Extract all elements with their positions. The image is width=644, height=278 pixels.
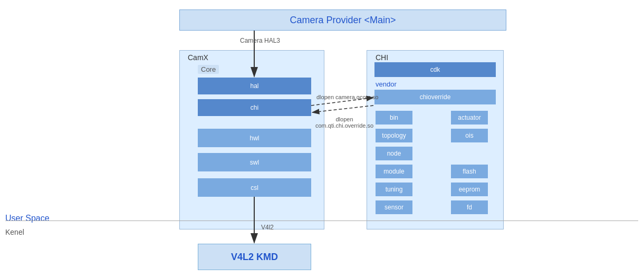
actuator-box: actuator: [451, 111, 488, 124]
vendor-label: vendor: [376, 80, 397, 88]
tuning-label: tuning: [386, 186, 403, 193]
module-label: module: [383, 168, 404, 175]
dlopen-label2: dlopen com.qti.chi.override.so: [315, 116, 373, 129]
bin-box: bin: [376, 111, 412, 124]
hwl-label: hwl: [249, 135, 259, 142]
hal-box: hal: [198, 78, 311, 94]
flash-box: flash: [451, 165, 488, 178]
camx-label: CamX: [188, 53, 208, 62]
module-box: module: [376, 165, 412, 178]
user-space-divider: [5, 221, 638, 221]
ois-label: ois: [465, 132, 473, 139]
diagram-container: Camera Provider <Main> Camera HAL3 CamX …: [0, 0, 644, 278]
chi-main-label: CHI: [376, 53, 388, 62]
kenel-label: Kenel: [5, 228, 24, 236]
sensor-label: sensor: [385, 204, 403, 211]
swl-box: swl: [198, 153, 311, 171]
chi-inner-label: chi: [251, 104, 258, 111]
swl-label: swl: [250, 159, 259, 166]
eeprom-box: eeprom: [451, 183, 488, 196]
camera-provider-box: Camera Provider <Main>: [179, 9, 506, 31]
core-label: Core: [198, 65, 219, 74]
csl-label: csl: [251, 184, 258, 191]
chi-inner-box: chi: [198, 99, 311, 116]
hwl-box: hwl: [198, 129, 311, 147]
node-box: node: [376, 147, 412, 160]
camera-provider-label: Camera Provider <Main>: [290, 15, 396, 26]
chioverride-label: chioverride: [420, 93, 451, 101]
chioverride-box: chioverride: [374, 90, 496, 104]
fd-box: fd: [451, 200, 488, 214]
cdk-box: cdk: [374, 62, 496, 77]
eeprom-label: eeprom: [459, 186, 480, 193]
actuator-label: actuator: [458, 114, 480, 121]
v4l2-label: V4l2: [261, 224, 274, 231]
fd-label: fd: [467, 204, 472, 211]
sensor-box: sensor: [376, 200, 412, 214]
user-space-label: User Space: [5, 214, 50, 223]
cdk-label: cdk: [430, 66, 440, 73]
camera-hal3-label: Camera HAL3: [240, 37, 280, 44]
ois-box: ois: [451, 129, 488, 142]
v4l2-kmd-box: V4L2 KMD: [198, 244, 311, 270]
dlopen-label1: dlopen camera.qcom.so: [316, 94, 378, 100]
hal-label: hal: [250, 82, 258, 90]
v4l2-kmd-label: V4L2 KMD: [231, 252, 278, 263]
topology-box: topology: [376, 129, 412, 142]
bin-label: bin: [390, 114, 398, 121]
node-label: node: [387, 150, 401, 157]
csl-box: csl: [198, 178, 311, 197]
flash-label: flash: [463, 168, 476, 175]
topology-label: topology: [382, 132, 406, 139]
tuning-box: tuning: [376, 183, 412, 196]
